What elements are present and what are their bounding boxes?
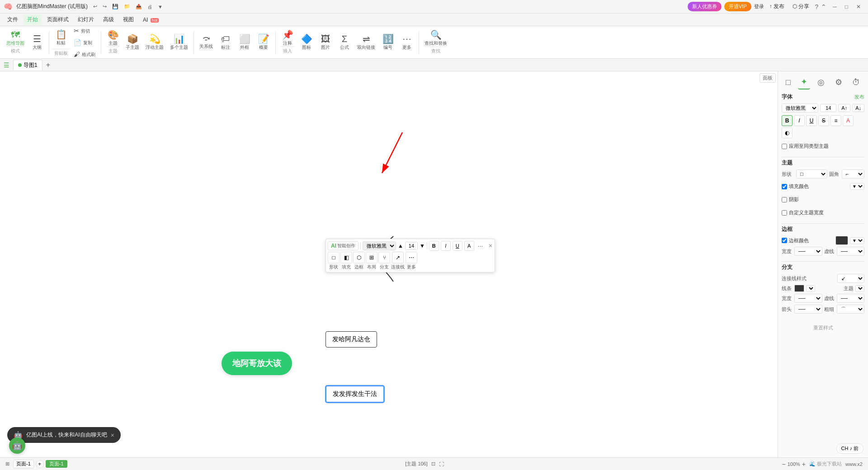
expand-icon[interactable]: ⌃ (821, 3, 826, 10)
font-color-button[interactable]: A (843, 115, 854, 126)
panel-tab-format[interactable]: ✦ (798, 75, 810, 89)
toolbar-format-brush[interactable]: 🖌 格式刷 (71, 49, 98, 60)
font-name-select[interactable]: 微软雅黑 (782, 103, 818, 113)
more-icon[interactable]: ▼ (156, 3, 165, 10)
close-button[interactable]: ✕ (853, 3, 864, 11)
floating-underline-button[interactable]: U (453, 241, 462, 251)
font-size-decrease[interactable]: A↓ (852, 104, 864, 112)
toolbar-relation[interactable]: ⤼ 关系线 (197, 32, 216, 53)
toolbar-sub-theme[interactable]: 📦 子主题 (123, 33, 142, 52)
toolbar-tag[interactable]: 🏷 标注 (217, 33, 235, 52)
ft-more-btn[interactable]: ··· (476, 242, 485, 249)
ft-connection-button[interactable]: ↗ (392, 252, 404, 263)
theme-dropdown[interactable]: ▼ (855, 285, 864, 292)
shadow-checkbox[interactable] (782, 197, 787, 202)
menu-advanced[interactable]: 高级 (99, 14, 118, 25)
toolbar-float-theme[interactable]: 💫 浮动主题 (143, 33, 166, 52)
border-style-select[interactable]: ── (837, 247, 865, 256)
toolbar-multi-theme[interactable]: 📊 多个主题 (167, 33, 191, 52)
align-button[interactable]: ≡ (830, 115, 841, 126)
toolbar-summary[interactable]: 📝 概要 (255, 33, 273, 52)
save-icon[interactable]: 💾 (110, 3, 120, 10)
border-width-select[interactable]: ── (794, 247, 822, 256)
floating-color-button[interactable]: A (464, 241, 474, 251)
reset-style-button[interactable]: 重置样式 (782, 323, 864, 333)
line-width-select[interactable]: ── (794, 294, 822, 303)
print-icon[interactable]: 🖨 (146, 3, 154, 10)
floating-font-select[interactable]: 微软雅黑 (363, 241, 396, 250)
floating-ai-button[interactable]: AI 智能创作 (328, 241, 359, 250)
toolbar-bi-link[interactable]: ⇌ 双向链接 (354, 33, 378, 52)
border-color-checkbox[interactable] (782, 238, 787, 243)
login-button[interactable]: 登录 (754, 3, 764, 10)
toolbar-note[interactable]: 📌 注释 插入 (278, 28, 297, 56)
share-button[interactable]: ⬡ 分享 (790, 2, 812, 11)
undo-icon[interactable]: ↩ (91, 3, 99, 10)
toolbar-paste[interactable]: 📋 粘贴 (52, 28, 70, 48)
highlight-button[interactable]: ◐ (782, 127, 793, 138)
branch-node-2[interactable]: 发发挥发生干法 (326, 385, 384, 403)
bold-button[interactable]: B (782, 115, 793, 126)
ft-shape-button[interactable]: □ (328, 252, 340, 263)
connect-style-select[interactable]: ↙ (837, 274, 864, 283)
maximize-button[interactable]: □ (841, 3, 852, 11)
italic-button[interactable]: I (794, 115, 805, 126)
ft-close-icon[interactable]: ✕ (488, 243, 493, 249)
page-prev-button[interactable]: 页面-1 (13, 460, 34, 468)
toolbar-numbering[interactable]: 🔢 编号 (379, 33, 397, 52)
ft-fill-button[interactable]: ◧ (340, 252, 352, 263)
folder-icon[interactable]: 📁 (122, 3, 132, 10)
notification-close-button[interactable]: × (111, 432, 114, 439)
panel-tab-settings[interactable]: ⚙ (832, 75, 845, 89)
custom-width-checkbox[interactable] (782, 210, 787, 216)
canvas[interactable]: 地阿哥放大该 发哈阿凡达仓 发发挥发生干法 AI 智能创作 (0, 71, 778, 457)
ft-border-button[interactable]: ⬡ (353, 252, 365, 263)
border-color-dropdown[interactable]: ▼ (850, 237, 864, 244)
export-icon[interactable]: 📤 (134, 3, 144, 10)
branch-node-1[interactable]: 发哈阿凡达仓 (326, 331, 377, 348)
help-icon[interactable]: ? (815, 3, 818, 10)
border-color-swatch[interactable] (835, 236, 848, 245)
menu-slide[interactable]: 幻灯片 (74, 14, 98, 25)
fullscreen-icon[interactable]: ⛶ (439, 461, 444, 467)
curve-select[interactable]: ⌒ (837, 305, 865, 314)
corner-select[interactable]: ⌐ (842, 169, 864, 179)
toolbar-image[interactable]: 🖼 图片 (316, 33, 335, 52)
zoom-in-button[interactable]: + (802, 461, 806, 468)
toolbar-copy[interactable]: 📄 复制 (71, 37, 98, 48)
tab-diagram1[interactable]: 导图1 (13, 60, 42, 70)
toolbar-formula[interactable]: Σ 公式 (335, 33, 354, 52)
menu-ai[interactable]: AI hot (139, 15, 162, 24)
line-color-swatch[interactable] (794, 285, 804, 292)
vip-button[interactable]: 开通VIP (724, 2, 751, 11)
ft-more2-button[interactable]: ⋯ (406, 252, 417, 263)
toolbar-frame[interactable]: ⬜ 外框 (236, 33, 254, 52)
ai-chat-button[interactable]: 🤖 (9, 437, 25, 454)
toolbar-find-replace[interactable]: 🔍 查找和替换 查找 (422, 28, 450, 56)
line-style-select[interactable]: ── (837, 294, 865, 303)
menu-view[interactable]: 视图 (119, 14, 137, 25)
toolbar-theme[interactable]: 🎨 主题 主题 (104, 28, 122, 56)
ft-down-icon[interactable]: ▼ (420, 243, 425, 249)
font-section-more[interactable]: 发布 (854, 94, 864, 100)
center-node[interactable]: 地阿哥放大该 (222, 352, 292, 375)
panel-tab-location[interactable]: ◎ (815, 75, 827, 89)
toolbar-icon[interactable]: 🔷 图标 (297, 33, 316, 52)
menu-file[interactable]: 文件 (4, 14, 22, 25)
apply-same-type-checkbox[interactable] (782, 144, 787, 149)
publish-button[interactable]: ↑ 发布 (767, 2, 787, 11)
underline-button[interactable]: U (806, 115, 817, 126)
panel-tab-style[interactable]: □ (783, 76, 793, 89)
toolbar-cut[interactable]: ✂ 剪切 (71, 25, 98, 36)
font-size-input[interactable] (820, 104, 836, 112)
menu-start[interactable]: 开始 (24, 14, 42, 25)
toolbar-mindmap[interactable]: 🗺 思维导图 模式 (4, 28, 27, 56)
menu-page-style[interactable]: 页面样式 (43, 14, 72, 25)
ft-layout-button[interactable]: ⊞ (366, 252, 377, 263)
panel-tab-time[interactable]: ⏱ (849, 76, 863, 89)
font-size-increase[interactable]: A↑ (838, 104, 850, 112)
tab-add-button[interactable]: + (44, 61, 52, 69)
line-color-dropdown[interactable]: ▼ (806, 285, 815, 292)
toolbar-more[interactable]: ⋯ 更多 (398, 33, 416, 52)
redo-icon[interactable]: ↪ (101, 3, 108, 10)
